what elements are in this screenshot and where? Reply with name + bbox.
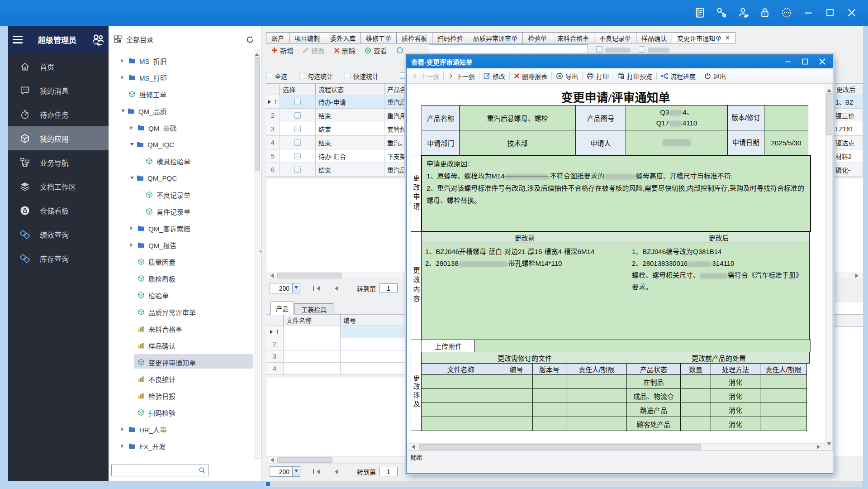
partial-checkbox[interactable]: [400, 72, 406, 79]
maximize-button[interactable]: [824, 6, 836, 19]
row-checkbox[interactable]: [294, 99, 301, 105]
first-page-button[interactable]: [313, 469, 320, 474]
table-row[interactable]: 6 结束 重汽后: [266, 163, 406, 177]
tree-item-folder[interactable]: QM_IQC: [130, 137, 174, 152]
tab-inspection[interactable]: 检验单: [522, 32, 552, 43]
switch-user-icon[interactable]: [737, 6, 749, 19]
lock-icon[interactable]: [759, 6, 771, 19]
tree-scrollbar[interactable]: [254, 49, 260, 459]
tab-repair-order[interactable]: 维修工单: [360, 32, 396, 43]
sidebar-item-home[interactable]: 首页: [8, 54, 109, 78]
page-size-dropdown[interactable]: [292, 283, 300, 293]
exit-button[interactable]: 退出: [704, 72, 726, 81]
tab-outsourcing[interactable]: 委外入库: [325, 32, 360, 43]
next-record-button[interactable]: 下一张: [448, 72, 475, 81]
dialog-titlebar[interactable]: 查看-变更评审通知单: [407, 55, 833, 68]
dialog-minimize-button[interactable]: [783, 57, 793, 66]
caret-expanded-icon[interactable]: [121, 110, 125, 114]
journal-icon[interactable]: [693, 6, 706, 19]
sidebar-item-business-nav[interactable]: 业务导航: [8, 150, 109, 174]
tab-change-review-active[interactable]: 变更评审通知单✕: [672, 32, 735, 43]
tree-item-chart[interactable]: 样品确认: [138, 338, 175, 353]
print-button[interactable]: 打印: [587, 72, 609, 81]
refresh-button-partial[interactable]: [396, 47, 403, 54]
tab-qc-board[interactable]: 质检看板: [396, 32, 432, 43]
tree-item-folder[interactable]: EX_开发: [121, 439, 166, 453]
tree-item-folder[interactable]: QM_基础: [130, 120, 177, 135]
tree-item-chart[interactable]: 不良统计: [138, 372, 175, 386]
tree-item-chart[interactable]: 检验日报: [138, 388, 175, 403]
row-checkbox[interactable]: [294, 126, 301, 132]
goto-page-input[interactable]: [379, 283, 398, 293]
sidebar-item-todo-tasks[interactable]: 待办任务: [8, 102, 109, 126]
row-checkbox[interactable]: [294, 153, 301, 159]
tab-project[interactable]: 项目编制: [289, 32, 325, 43]
table-row[interactable]: 3 结束 套管焊: [266, 122, 406, 136]
col-status[interactable]: 流程状态: [315, 83, 384, 95]
tree-item-folder[interactable]: MS_打印: [121, 70, 167, 85]
tab-sample-confirm[interactable]: 样品确认: [636, 32, 672, 43]
row-checkbox[interactable]: [294, 167, 301, 173]
col-select[interactable]: 选择: [280, 83, 316, 95]
tree-item-report[interactable]: 质量因素: [138, 254, 175, 269]
table-row[interactable]: 4: [266, 362, 406, 375]
minimize-button[interactable]: [802, 6, 815, 19]
row-checkbox[interactable]: [294, 112, 301, 119]
tree-search-input[interactable]: [111, 465, 209, 476]
tab-scan-inspect[interactable]: 扫码检验: [432, 32, 468, 43]
option-checkbox[interactable]: [596, 46, 602, 53]
sidebar-item-my-apps[interactable]: 我的应用: [8, 126, 109, 150]
prev-record-button[interactable]: 上一张: [412, 72, 439, 81]
grid-search-input[interactable]: [429, 44, 588, 55]
first-page-button[interactable]: [313, 286, 320, 291]
tree-item-report[interactable]: 检验单: [138, 288, 169, 302]
tree-item-folder[interactable]: QM_品质: [121, 104, 167, 118]
tree-item-report[interactable]: 首件记录单: [146, 204, 190, 219]
tree-item-report[interactable]: 质检看板: [138, 271, 175, 286]
upload-attachment-button[interactable]: 上传附件: [422, 340, 475, 352]
delete-report-button[interactable]: 删除报表: [514, 72, 547, 81]
sidebar-item-performance-query[interactable]: 绩效查询: [8, 222, 109, 246]
dialog-edit-button[interactable]: 修改: [484, 72, 505, 81]
tab-incoming-rate[interactable]: 来料合格率: [552, 32, 594, 43]
row-checkbox[interactable]: [294, 139, 301, 146]
tab-quality-review[interactable]: 品质异常评审单: [468, 32, 522, 43]
switch-role-icon[interactable]: [91, 33, 105, 46]
more-options-icon[interactable]: [780, 6, 793, 19]
option-checkbox[interactable]: [639, 46, 645, 53]
dialog-close-button[interactable]: [817, 57, 827, 66]
tree-item-folder[interactable]: MS_折旧: [121, 53, 167, 68]
tree-item-report[interactable]: 扫码检验: [138, 405, 175, 420]
dialog-maximize-button[interactable]: [800, 57, 810, 66]
page-size-value[interactable]: 200: [270, 283, 292, 293]
dialog-v-scrollbar[interactable]: [825, 84, 833, 451]
print-preview-button[interactable]: 打印预览: [617, 72, 652, 81]
close-button[interactable]: [845, 6, 858, 19]
tree-item-report[interactable]: 不良记录单: [146, 187, 190, 202]
sidebar-item-inventory-query[interactable]: 库存查询: [8, 246, 109, 270]
sidebar-item-warehouse-board[interactable]: 仓储看板: [8, 198, 109, 222]
table-row[interactable]: 2 结束 重汽用: [266, 108, 406, 122]
edit-button[interactable]: 修改: [303, 46, 325, 55]
check-stats-checkbox[interactable]: [299, 73, 305, 79]
page-size-dropdown[interactable]: [292, 466, 300, 477]
tree-item-folder[interactable]: QM_PQC: [130, 171, 177, 185]
col-number[interactable]: 编号: [340, 314, 405, 326]
tree-item-folder[interactable]: HR_人事: [121, 422, 166, 436]
goto-page-input[interactable]: [379, 467, 398, 476]
table-row[interactable]: 1: [266, 326, 406, 338]
select-all-checkbox[interactable]: [266, 73, 272, 79]
refresh-icon[interactable]: [246, 35, 254, 44]
table-row[interactable]: 5 待办-汇合 下支架: [266, 149, 406, 163]
lower-h-scrollbar[interactable]: [266, 456, 406, 464]
flow-progress-button[interactable]: 流程进度: [661, 72, 696, 81]
tree-item-report-selected[interactable]: 变更评审通知单: [138, 355, 196, 369]
tree-item-chart[interactable]: 来料合格率: [138, 321, 182, 336]
table-row[interactable]: 1 待办-申请 重汽后: [266, 95, 406, 109]
search-icon[interactable]: [199, 467, 206, 474]
table-row[interactable]: 4 结束 重汽、: [266, 135, 406, 149]
sidebar-item-messages[interactable]: 我的消息: [8, 78, 109, 102]
tree-item-report[interactable]: 品质异常评审单: [138, 305, 196, 319]
lower-tab-product[interactable]: 产品: [270, 302, 294, 315]
col-change-after[interactable]: 更改后: [834, 83, 863, 95]
